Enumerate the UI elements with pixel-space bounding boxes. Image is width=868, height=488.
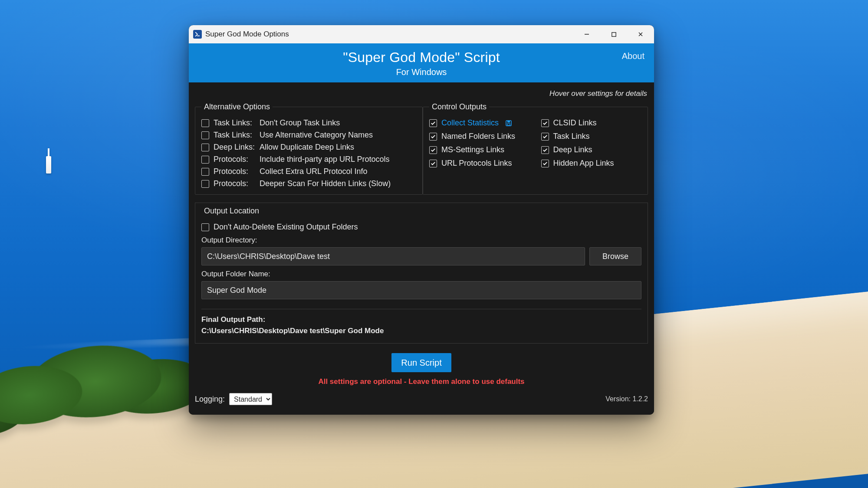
output-option-label: Collect Statistics [441, 118, 499, 128]
close-button[interactable] [627, 25, 654, 43]
output-dir-label: Output Directory: [201, 236, 641, 245]
output-option-checkbox[interactable] [541, 133, 549, 141]
minimize-button[interactable] [573, 25, 600, 43]
maximize-button[interactable] [600, 25, 627, 43]
alt-option-checkbox[interactable] [201, 131, 209, 139]
alt-option-checkbox[interactable] [201, 119, 209, 127]
alt-option-checkbox[interactable] [201, 168, 209, 176]
page-title: "Super God Mode" Script [194, 49, 649, 66]
optional-hint: All settings are optional - Leave them a… [195, 377, 648, 386]
alt-option-category: Protocols: [214, 155, 255, 164]
output-option-label: CLSID Links [553, 118, 597, 128]
page-subtitle: For Windows [194, 67, 649, 77]
titlebar[interactable]: Super God Mode Options [189, 25, 654, 43]
output-location-panel: Output Location Don't Auto-Delete Existi… [195, 203, 648, 344]
svg-rect-2 [507, 121, 510, 122]
alt-option-label: Deeper Scan For Hidden Links (Slow) [260, 179, 391, 188]
output-option-row[interactable]: Collect Statistics [429, 118, 530, 128]
app-window: Super God Mode Options About "Super God … [189, 25, 654, 415]
alt-option-checkbox[interactable] [201, 156, 209, 164]
output-option-checkbox[interactable] [541, 146, 549, 154]
no-auto-delete-checkbox[interactable] [201, 223, 209, 231]
output-option-checkbox[interactable] [429, 160, 437, 167]
alternative-options-legend: Alternative Options [201, 102, 273, 111]
output-folder-label: Output Folder Name: [201, 270, 641, 278]
control-outputs-legend: Control Outputs [429, 102, 489, 111]
output-option-label: URL Protocols Links [441, 159, 512, 168]
output-option-row[interactable]: Named Folders Links [429, 132, 530, 141]
output-option-row[interactable]: MS-Settings Links [429, 145, 530, 154]
alt-option-label: Don't Group Task Links [260, 118, 340, 128]
no-auto-delete-label: Don't Auto-Delete Existing Output Folder… [214, 223, 358, 232]
alt-option-category: Task Links: [214, 118, 255, 128]
alt-option-label: Allow Duplicate Deep Links [260, 143, 354, 152]
output-option-checkbox[interactable] [429, 133, 437, 141]
alt-option-label: Use Alternative Category Names [260, 131, 373, 140]
logging-select[interactable]: Standard [229, 393, 272, 405]
output-folder-input[interactable] [201, 281, 641, 299]
output-option-label: Deep Links [553, 145, 592, 154]
about-link[interactable]: About [622, 51, 644, 61]
output-option-label: MS-Settings Links [441, 145, 504, 154]
alt-option-category: Task Links: [214, 131, 255, 140]
save-icon [505, 119, 513, 127]
alt-option-checkbox[interactable] [201, 144, 209, 151]
output-dir-input[interactable] [201, 247, 585, 265]
output-option-row[interactable]: Deep Links [541, 145, 642, 154]
output-option-checkbox[interactable] [429, 119, 437, 127]
alt-option-row[interactable]: Task Links: Don't Group Task Links [201, 118, 416, 128]
output-option-label: Hidden App Links [553, 159, 614, 168]
logging-label: Logging: [195, 395, 225, 404]
alt-option-row[interactable]: Deep Links: Allow Duplicate Deep Links [201, 143, 416, 152]
alt-option-category: Deep Links: [214, 143, 255, 152]
output-option-checkbox[interactable] [541, 119, 549, 127]
alt-option-row[interactable]: Task Links: Use Alternative Category Nam… [201, 131, 416, 140]
final-path-label: Final Output Path: [201, 315, 641, 324]
alt-option-label: Include third-party app URL Protocols [260, 155, 389, 164]
header-band: About "Super God Mode" Script For Window… [189, 43, 654, 82]
output-option-row[interactable]: URL Protocols Links [429, 159, 530, 168]
svg-rect-0 [612, 32, 615, 36]
alt-option-row[interactable]: Protocols: Include third-party app URL P… [201, 155, 416, 164]
svg-rect-3 [507, 124, 510, 125]
output-option-label: Task Links [553, 132, 590, 141]
run-script-button[interactable]: Run Script [391, 353, 451, 372]
alt-option-label: Collect Extra URL Protocol Info [260, 167, 367, 176]
alternative-options-panel: Alternative Options Task Links: Don't Gr… [195, 102, 423, 195]
output-option-label: Named Folders Links [441, 132, 515, 141]
output-option-row[interactable]: Task Links [541, 132, 642, 141]
alt-option-category: Protocols: [214, 167, 255, 176]
version-label: Version: 1.2.2 [605, 395, 648, 403]
output-location-legend: Output Location [201, 206, 262, 216]
alt-option-category: Protocols: [214, 179, 255, 188]
output-option-checkbox[interactable] [541, 160, 549, 167]
control-outputs-panel: Control Outputs Collect Statistics CLSID… [423, 102, 648, 195]
window-title: Super God Mode Options [205, 30, 289, 39]
powershell-icon [193, 30, 202, 39]
divider [201, 309, 641, 309]
browse-button[interactable]: Browse [589, 247, 641, 265]
alt-option-row[interactable]: Protocols: Deeper Scan For Hidden Links … [201, 179, 416, 188]
output-option-row[interactable]: CLSID Links [541, 118, 642, 128]
hover-help: Hover over settings for details [195, 88, 648, 102]
output-option-row[interactable]: Hidden App Links [541, 159, 642, 168]
alt-option-row[interactable]: Protocols: Collect Extra URL Protocol In… [201, 167, 416, 176]
alt-option-checkbox[interactable] [201, 180, 209, 188]
output-option-checkbox[interactable] [429, 146, 437, 154]
final-path-value: C:\Users\CHRIS\Desktop\Dave test\Super G… [201, 327, 641, 335]
content-area: Hover over settings for details Alternat… [189, 82, 654, 415]
no-auto-delete-row[interactable]: Don't Auto-Delete Existing Output Folder… [201, 223, 641, 232]
